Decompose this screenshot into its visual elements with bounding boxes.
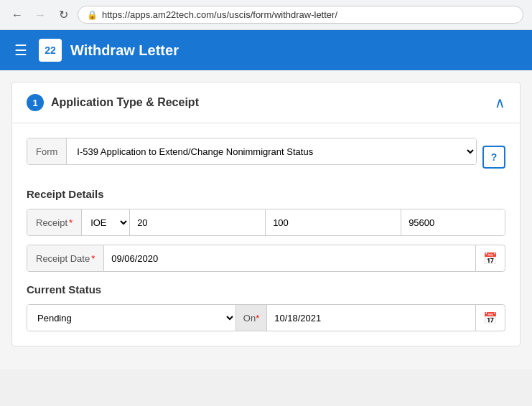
- status-calendar-button[interactable]: 📅: [475, 305, 505, 331]
- receipt-part3-input[interactable]: [401, 209, 505, 235]
- refresh-button[interactable]: ↻: [55, 6, 72, 24]
- receipt-prefix-select[interactable]: IOEEACLINSRCWACMSC: [82, 209, 130, 235]
- main-content: 1 Application Type & Receipt ∧ Form I-53…: [0, 70, 532, 369]
- help-button[interactable]: ?: [482, 146, 505, 169]
- section1-body: Form I-539 Application to Extend/Change …: [12, 123, 520, 346]
- form-field-container: Form I-539 Application to Extend/Change …: [27, 138, 477, 165]
- receipt-details-title: Receipt Details: [27, 188, 505, 200]
- step-badge: 1: [27, 94, 44, 111]
- section1-card: 1 Application Type & Receipt ∧ Form I-53…: [11, 82, 521, 346]
- nav-title: Withdraw Letter: [70, 42, 179, 59]
- url-text: https://apps.am22tech.com/us/uscis/form/…: [102, 9, 337, 20]
- address-bar: 🔒 https://apps.am22tech.com/us/uscis/for…: [78, 6, 523, 24]
- receipt-part2-input[interactable]: [266, 209, 401, 235]
- form-label: Form: [27, 138, 67, 164]
- receipt-label: Receipt: [27, 209, 82, 235]
- receipt-calendar-button[interactable]: 📅: [475, 245, 505, 271]
- status-row: PendingApprovedDeniedRFE ReceivedTransfe…: [27, 304, 505, 331]
- receipt-part1-input[interactable]: [130, 209, 266, 235]
- receipt-row: Receipt IOEEACLINSRCWACMSC: [27, 209, 505, 236]
- logo-badge: 22: [39, 39, 62, 62]
- forward-button[interactable]: →: [32, 6, 49, 24]
- section1-header: 1 Application Type & Receipt ∧: [12, 82, 520, 123]
- form-row: Form I-539 Application to Extend/Change …: [27, 138, 505, 176]
- section1-title: Application Type & Receipt: [51, 96, 199, 109]
- chevron-up-icon[interactable]: ∧: [495, 94, 505, 111]
- on-date-input[interactable]: [267, 305, 475, 331]
- form-select[interactable]: I-539 Application to Extend/Change Nonim…: [67, 138, 476, 164]
- status-select[interactable]: PendingApprovedDeniedRFE ReceivedTransfe…: [27, 305, 236, 331]
- browser-chrome: ← → ↻ 🔒 https://apps.am22tech.com/us/usc…: [0, 0, 532, 30]
- receipt-date-label: Receipt Date: [27, 245, 104, 271]
- back-button[interactable]: ←: [9, 6, 26, 24]
- on-label: On*: [236, 305, 267, 331]
- current-status-title: Current Status: [27, 283, 505, 296]
- lock-icon: 🔒: [87, 10, 98, 20]
- receipt-date-row: Receipt Date 📅: [27, 245, 505, 272]
- hamburger-button[interactable]: ☰: [11, 39, 30, 62]
- section1-header-left: 1 Application Type & Receipt: [27, 94, 199, 111]
- top-nav: ☰ 22 Withdraw Letter: [0, 30, 532, 70]
- receipt-date-input[interactable]: [104, 245, 475, 271]
